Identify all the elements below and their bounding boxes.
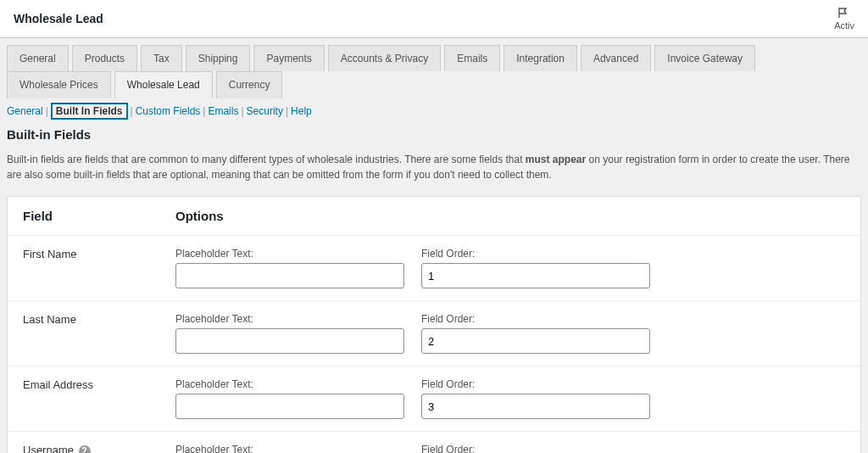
col-options-header: Options [160,197,860,235]
field-name: Last Name [8,301,160,366]
tab-tax[interactable]: Tax [141,45,182,71]
section-heading: Built-in Fields [7,127,861,142]
placeholder-input[interactable] [175,263,404,288]
order-label: Field Order: [421,444,650,453]
tab-wholesale-prices[interactable]: Wholesale Prices [7,71,111,98]
tab-general[interactable]: General [7,45,69,71]
tab-payments[interactable]: Payments [253,45,324,71]
help-icon[interactable]: ? [79,445,91,453]
fields-table: Field Options First NamePlaceholder Text… [7,196,861,453]
table-row: Username ? EnabledPlaceholder Text:Field… [8,432,860,453]
placeholder-label: Placeholder Text: [175,248,404,260]
table-header-row: Field Options [8,197,860,236]
placeholder-label: Placeholder Text: [175,313,404,325]
flag-icon [837,7,851,19]
tab-emails[interactable]: Emails [444,45,500,71]
col-field-header: Field [8,197,160,235]
table-row: Last NamePlaceholder Text:Field Order: [8,301,860,366]
field-name: Email Address [8,366,160,431]
subtab-security[interactable]: Security [247,105,283,117]
subtab-help[interactable]: Help [291,105,312,117]
tab-advanced[interactable]: Advanced [581,45,651,71]
activity-indicator[interactable]: Activ [834,7,854,31]
tab-products[interactable]: Products [72,45,137,71]
sub-tabs: General|Built In Fields|Custom Fields|Em… [0,98,868,127]
tab-accounts-privacy[interactable]: Accounts & Privacy [328,45,441,71]
placeholder-label: Placeholder Text: [175,378,404,390]
options-cell: Placeholder Text:Field Order: [160,301,860,366]
main-tabs: GeneralProductsTaxShippingPaymentsAccoun… [7,45,861,98]
order-input[interactable] [421,263,650,288]
table-row: First NamePlaceholder Text:Field Order: [8,236,860,301]
subtab-custom-fields[interactable]: Custom Fields [136,105,201,117]
subtab-general[interactable]: General [7,105,43,117]
tab-wholesale-lead[interactable]: Wholesale Lead [114,71,213,98]
options-cell: Placeholder Text:Field Order: [160,366,860,431]
options-cell: Placeholder Text:Field Order: [160,432,860,453]
tab-shipping[interactable]: Shipping [186,45,251,71]
tab-integration[interactable]: Integration [504,45,577,71]
order-input[interactable] [421,328,650,354]
field-name: Username ? Enabled [8,432,160,453]
tab-invoice-gateway[interactable]: Invoice Gateway [654,45,755,71]
section-description: Built-in fields are fields that are comm… [7,152,861,182]
page-title: Wholesale Lead [14,12,103,25]
subtab-built-in-fields[interactable]: Built In Fields [51,103,128,120]
placeholder-label: Placeholder Text: [175,444,404,453]
field-name: First Name [8,236,160,300]
placeholder-input[interactable] [175,328,404,354]
subtab-emails[interactable]: Emails [208,105,238,117]
order-label: Field Order: [421,248,650,260]
order-label: Field Order: [421,378,650,390]
table-row: Email AddressPlaceholder Text:Field Orde… [8,366,860,432]
order-label: Field Order: [421,313,650,325]
tab-currency[interactable]: Currency [216,71,283,98]
options-cell: Placeholder Text:Field Order: [160,236,860,300]
page-header: Wholesale Lead Activ [0,0,868,38]
content-area: Built-in Fields Built-in fields are fiel… [0,127,868,453]
order-input[interactable] [421,394,650,419]
placeholder-input[interactable] [175,394,404,419]
